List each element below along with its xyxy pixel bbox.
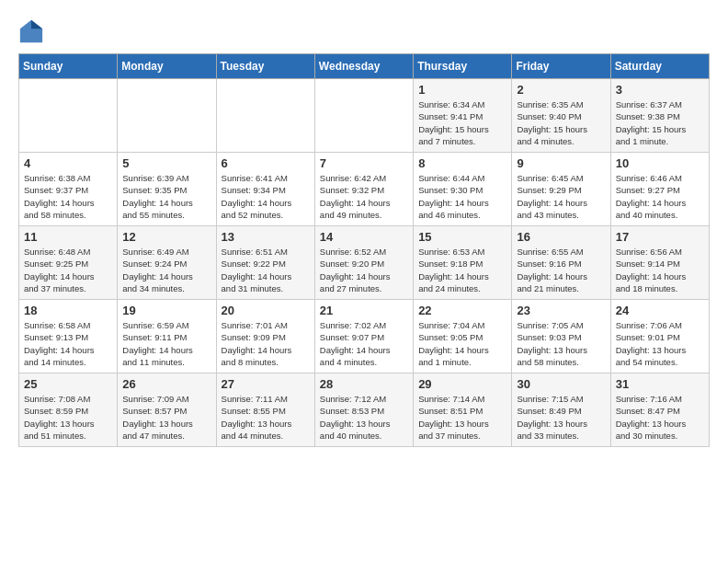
day-info: Sunrise: 6:51 AM Sunset: 9:22 PM Dayligh… (222, 246, 310, 294)
calendar-cell: 25Sunrise: 7:08 AM Sunset: 8:59 PM Dayli… (19, 373, 118, 447)
day-number: 8 (418, 156, 506, 170)
day-number: 12 (122, 230, 210, 244)
day-number: 13 (222, 230, 310, 244)
calendar-cell: 31Sunrise: 7:16 AM Sunset: 8:47 PM Dayli… (610, 373, 709, 447)
calendar-week-row-4: 18Sunrise: 6:58 AM Sunset: 9:13 PM Dayli… (19, 300, 710, 373)
day-number: 17 (616, 230, 704, 244)
calendar-cell: 14Sunrise: 6:52 AM Sunset: 9:20 PM Dayli… (314, 226, 413, 300)
day-info: Sunrise: 7:02 AM Sunset: 9:07 PM Dayligh… (320, 319, 408, 368)
calendar-cell: 21Sunrise: 7:02 AM Sunset: 9:07 PM Dayli… (314, 300, 413, 373)
day-number: 7 (320, 156, 408, 170)
calendar-cell: 30Sunrise: 7:15 AM Sunset: 8:49 PM Dayli… (512, 373, 610, 447)
calendar-cell (216, 79, 314, 153)
day-number: 23 (517, 304, 605, 317)
calendar-cell (314, 79, 413, 153)
calendar-cell: 7Sunrise: 6:42 AM Sunset: 9:32 PM Daylig… (314, 153, 413, 226)
page-header (18, 18, 710, 44)
day-info: Sunrise: 6:35 AM Sunset: 9:40 PM Dayligh… (517, 98, 605, 147)
calendar-cell: 3Sunrise: 6:37 AM Sunset: 9:38 PM Daylig… (610, 79, 709, 153)
calendar-cell: 22Sunrise: 7:04 AM Sunset: 9:05 PM Dayli… (414, 300, 512, 373)
day-info: Sunrise: 7:01 AM Sunset: 9:09 PM Dayligh… (222, 319, 310, 368)
day-info: Sunrise: 6:49 AM Sunset: 9:24 PM Dayligh… (122, 246, 210, 294)
day-info: Sunrise: 6:45 AM Sunset: 9:29 PM Dayligh… (517, 172, 605, 221)
day-number: 1 (418, 83, 506, 97)
day-info: Sunrise: 7:08 AM Sunset: 8:59 PM Dayligh… (24, 393, 112, 442)
col-header-monday: Monday (118, 54, 216, 79)
calendar-cell: 2Sunrise: 6:35 AM Sunset: 9:40 PM Daylig… (512, 79, 610, 153)
calendar-cell: 23Sunrise: 7:05 AM Sunset: 9:03 PM Dayli… (512, 300, 610, 373)
calendar-header-row: SundayMondayTuesdayWednesdayThursdayFrid… (19, 54, 710, 79)
day-number: 10 (616, 156, 704, 170)
col-header-sunday: Sunday (19, 54, 118, 79)
day-info: Sunrise: 6:38 AM Sunset: 9:37 PM Dayligh… (24, 172, 112, 221)
day-number: 21 (320, 304, 408, 317)
calendar-cell: 4Sunrise: 6:38 AM Sunset: 9:37 PM Daylig… (19, 153, 118, 226)
calendar-week-row-2: 4Sunrise: 6:38 AM Sunset: 9:37 PM Daylig… (19, 153, 710, 226)
day-number: 20 (222, 304, 310, 317)
day-number: 4 (24, 156, 112, 170)
calendar-cell: 24Sunrise: 7:06 AM Sunset: 9:01 PM Dayli… (610, 300, 709, 373)
logo-icon (18, 18, 44, 44)
day-info: Sunrise: 6:56 AM Sunset: 9:14 PM Dayligh… (616, 246, 704, 294)
day-number: 19 (122, 304, 210, 317)
col-header-tuesday: Tuesday (216, 54, 314, 79)
day-info: Sunrise: 6:44 AM Sunset: 9:30 PM Dayligh… (418, 172, 506, 221)
svg-marker-1 (31, 20, 42, 29)
day-info: Sunrise: 6:34 AM Sunset: 9:41 PM Dayligh… (418, 98, 506, 147)
day-info: Sunrise: 7:06 AM Sunset: 9:01 PM Dayligh… (616, 319, 704, 368)
col-header-wednesday: Wednesday (314, 54, 413, 79)
day-info: Sunrise: 7:05 AM Sunset: 9:03 PM Dayligh… (517, 319, 605, 368)
day-number: 18 (24, 304, 112, 317)
calendar-cell: 5Sunrise: 6:39 AM Sunset: 9:35 PM Daylig… (118, 153, 216, 226)
day-number: 28 (320, 377, 408, 391)
day-info: Sunrise: 6:41 AM Sunset: 9:34 PM Dayligh… (222, 172, 310, 221)
day-number: 6 (222, 156, 310, 170)
calendar-cell: 16Sunrise: 6:55 AM Sunset: 9:16 PM Dayli… (512, 226, 610, 300)
calendar-cell: 26Sunrise: 7:09 AM Sunset: 8:57 PM Dayli… (118, 373, 216, 447)
calendar-cell: 12Sunrise: 6:49 AM Sunset: 9:24 PM Dayli… (118, 226, 216, 300)
calendar-cell: 29Sunrise: 7:14 AM Sunset: 8:51 PM Dayli… (414, 373, 512, 447)
day-info: Sunrise: 6:46 AM Sunset: 9:27 PM Dayligh… (616, 172, 704, 221)
calendar-cell: 13Sunrise: 6:51 AM Sunset: 9:22 PM Dayli… (216, 226, 314, 300)
calendar-cell: 27Sunrise: 7:11 AM Sunset: 8:55 PM Dayli… (216, 373, 314, 447)
day-number: 22 (418, 304, 506, 317)
calendar-cell: 15Sunrise: 6:53 AM Sunset: 9:18 PM Dayli… (414, 226, 512, 300)
calendar-cell: 6Sunrise: 6:41 AM Sunset: 9:34 PM Daylig… (216, 153, 314, 226)
calendar-cell (118, 79, 216, 153)
calendar-cell: 11Sunrise: 6:48 AM Sunset: 9:25 PM Dayli… (19, 226, 118, 300)
day-info: Sunrise: 7:11 AM Sunset: 8:55 PM Dayligh… (222, 393, 310, 442)
calendar-cell: 28Sunrise: 7:12 AM Sunset: 8:53 PM Dayli… (314, 373, 413, 447)
calendar-table: SundayMondayTuesdayWednesdayThursdayFrid… (18, 53, 710, 447)
day-number: 2 (517, 83, 605, 97)
calendar-cell: 10Sunrise: 6:46 AM Sunset: 9:27 PM Dayli… (610, 153, 709, 226)
day-info: Sunrise: 6:55 AM Sunset: 9:16 PM Dayligh… (517, 246, 605, 294)
day-number: 14 (320, 230, 408, 244)
day-info: Sunrise: 6:42 AM Sunset: 9:32 PM Dayligh… (320, 172, 408, 221)
day-number: 26 (122, 377, 210, 391)
day-info: Sunrise: 7:09 AM Sunset: 8:57 PM Dayligh… (122, 393, 210, 442)
day-number: 11 (24, 230, 112, 244)
calendar-cell: 1Sunrise: 6:34 AM Sunset: 9:41 PM Daylig… (414, 79, 512, 153)
col-header-thursday: Thursday (414, 54, 512, 79)
day-number: 3 (616, 83, 704, 97)
day-info: Sunrise: 6:37 AM Sunset: 9:38 PM Dayligh… (616, 98, 704, 147)
day-info: Sunrise: 6:53 AM Sunset: 9:18 PM Dayligh… (418, 246, 506, 294)
col-header-saturday: Saturday (610, 54, 709, 79)
calendar-cell: 20Sunrise: 7:01 AM Sunset: 9:09 PM Dayli… (216, 300, 314, 373)
day-info: Sunrise: 7:04 AM Sunset: 9:05 PM Dayligh… (418, 319, 506, 368)
day-number: 29 (418, 377, 506, 391)
day-info: Sunrise: 6:48 AM Sunset: 9:25 PM Dayligh… (24, 246, 112, 294)
calendar-week-row-3: 11Sunrise: 6:48 AM Sunset: 9:25 PM Dayli… (19, 226, 710, 300)
calendar-cell: 8Sunrise: 6:44 AM Sunset: 9:30 PM Daylig… (414, 153, 512, 226)
day-info: Sunrise: 6:59 AM Sunset: 9:11 PM Dayligh… (122, 319, 210, 368)
calendar-week-row-5: 25Sunrise: 7:08 AM Sunset: 8:59 PM Dayli… (19, 373, 710, 447)
calendar-cell: 18Sunrise: 6:58 AM Sunset: 9:13 PM Dayli… (19, 300, 118, 373)
calendar-cell (19, 79, 118, 153)
day-number: 9 (517, 156, 605, 170)
day-number: 15 (418, 230, 506, 244)
day-number: 5 (122, 156, 210, 170)
day-info: Sunrise: 6:58 AM Sunset: 9:13 PM Dayligh… (24, 319, 112, 368)
day-info: Sunrise: 6:52 AM Sunset: 9:20 PM Dayligh… (320, 246, 408, 294)
day-number: 24 (616, 304, 704, 317)
calendar-week-row-1: 1Sunrise: 6:34 AM Sunset: 9:41 PM Daylig… (19, 79, 710, 153)
